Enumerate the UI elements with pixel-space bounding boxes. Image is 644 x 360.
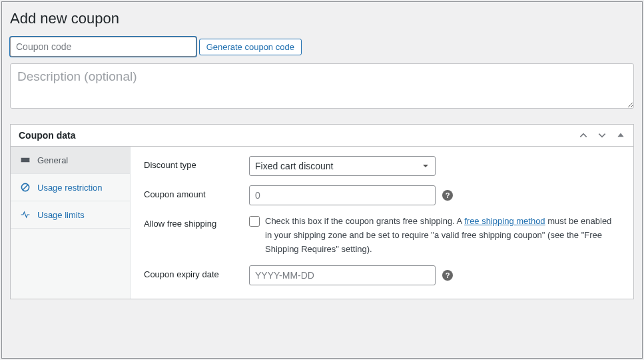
tab-label: Usage restriction [37, 183, 103, 193]
coupon-data-panel: Coupon data General Usage restriction [10, 124, 634, 299]
free-shipping-method-link[interactable]: free shipping method [464, 216, 545, 226]
panel-title: Coupon data [19, 130, 579, 141]
description-input[interactable] [10, 63, 634, 109]
tab-usage-limits[interactable]: Usage limits [11, 201, 130, 229]
allow-free-shipping-label: Allow free shipping [144, 215, 249, 229]
allow-free-shipping-description: Check this box if the coupon grants free… [265, 215, 620, 256]
panel-header: Coupon data [11, 125, 633, 147]
chevron-down-icon[interactable] [597, 131, 607, 140]
pulse-icon [20, 209, 31, 220]
chevron-up-icon[interactable] [579, 131, 588, 140]
coupon-code-input[interactable] [10, 37, 196, 57]
ticket-icon [20, 155, 31, 165]
discount-type-label: Discount type [144, 156, 249, 170]
tab-label: General [37, 155, 68, 165]
ban-icon [20, 182, 31, 193]
page-title: Add new coupon [10, 10, 634, 27]
generate-coupon-code-button[interactable]: Generate coupon code [199, 39, 302, 55]
coupon-amount-input[interactable] [249, 185, 436, 205]
discount-type-select[interactable]: Fixed cart discount [249, 156, 436, 176]
expiry-date-label: Coupon expiry date [144, 265, 249, 279]
panel-handle-actions [579, 131, 625, 140]
coupon-tabs: General Usage restriction Usage limits [11, 147, 131, 299]
svg-line-1 [23, 185, 28, 190]
help-icon[interactable]: ? [442, 270, 453, 281]
expiry-date-input[interactable] [249, 265, 436, 285]
tab-label: Usage limits [37, 210, 85, 220]
allow-free-shipping-checkbox[interactable] [249, 216, 260, 227]
tab-general-content: Discount type Fixed cart discount Coupon… [131, 147, 633, 299]
tab-usage-restriction[interactable]: Usage restriction [11, 174, 130, 201]
help-icon[interactable]: ? [442, 190, 453, 201]
coupon-amount-label: Coupon amount [144, 185, 249, 199]
tab-general[interactable]: General [11, 147, 130, 174]
caret-up-icon[interactable] [616, 131, 625, 140]
